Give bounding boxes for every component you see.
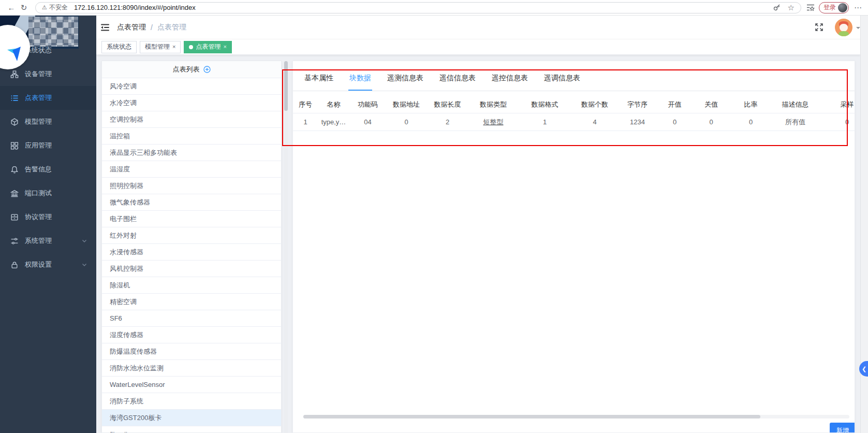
block-data-table: 序号名称功能码数据地址数据长度数据类型数据格式数据个数字节序开值关值比率描述信息…	[293, 96, 855, 131]
point-list-item[interactable]: SF6	[102, 310, 281, 327]
point-list-item[interactable]: 水浸传感器	[102, 244, 281, 261]
close-icon[interactable]: ×	[223, 44, 226, 50]
tags-view: 系统状态模型管理×点表管理×	[96, 39, 860, 55]
list-scrollbar-thumb[interactable]	[284, 61, 288, 111]
menu-fold-icon[interactable]	[96, 23, 117, 32]
sidebar-item-label: 应用管理	[25, 141, 52, 150]
point-list-item[interactable]: 消防水池水位监测	[102, 360, 281, 377]
sitemap-icon	[10, 70, 19, 78]
table-cell: 0	[657, 118, 693, 126]
table-cell: 2	[426, 118, 468, 126]
point-list-header: 点表列表	[102, 61, 281, 78]
tab-块数据[interactable]: 块数据	[348, 74, 372, 91]
table-cell: 所有值	[772, 118, 819, 127]
point-list-item[interactable]: 防爆温度传感器	[102, 343, 281, 360]
point-list-item[interactable]: 消防子系统	[102, 393, 281, 410]
sidebar-item-协议管理[interactable]: 协议管理	[0, 205, 96, 229]
table-cell: 0	[730, 118, 772, 126]
table-cell: 0	[819, 118, 855, 126]
point-list-item[interactable]: 风冷空调	[102, 78, 281, 95]
tag-label: 系统状态	[107, 42, 131, 51]
favorites-hub-icon[interactable]	[806, 4, 815, 11]
tab-遥调信息表[interactable]: 遥调信息表	[543, 74, 581, 91]
point-list-item[interactable]: file_dis	[102, 426, 281, 433]
browser-login-button[interactable]: 登录	[819, 2, 849, 13]
refresh-icon[interactable]: ↻	[18, 4, 30, 11]
url-text[interactable]: 172.16.120.121:8090/index/#/point/index	[74, 4, 196, 11]
table-cell: 4	[571, 118, 618, 126]
bookmark-star-icon[interactable]: ☆	[788, 3, 795, 12]
point-list-item[interactable]: 电子围栏	[102, 211, 281, 227]
breadcrumb-level2: 点表管理	[157, 23, 186, 32]
point-list-item[interactable]: 除湿机	[102, 277, 281, 294]
list-scrollbar	[284, 61, 288, 433]
point-list-item[interactable]: 红外对射	[102, 227, 281, 244]
cube-icon	[10, 118, 19, 126]
sidebar-item-模型管理[interactable]: 模型管理	[0, 110, 96, 134]
point-list: 风冷空调水冷空调空调控制器温控箱液晶显示三相多功能表温湿度照明控制器微气象传感器…	[102, 78, 281, 433]
table-cell: type,y…	[318, 118, 349, 126]
column-header: 比率	[730, 100, 772, 109]
point-list-item[interactable]: 风机控制器	[102, 261, 281, 277]
back-icon[interactable]: ←	[5, 4, 18, 11]
tag-模型管理[interactable]: 模型管理×	[140, 41, 181, 53]
port-icon	[10, 189, 19, 197]
detail-tabs: 基本属性块数据遥测信息表遥信信息表遥控信息表遥调信息表	[293, 61, 855, 91]
chevron-down-icon	[82, 262, 87, 267]
point-list-item[interactable]: 空调控制器	[102, 111, 281, 128]
list-icon	[10, 94, 19, 102]
detail-panel: 基本属性块数据遥测信息表遥信信息表遥控信息表遥调信息表 序号名称功能码数据地址数…	[292, 61, 855, 433]
close-icon[interactable]: ×	[172, 44, 175, 50]
address-bar[interactable]: ⚠ 不安全 172.16.120.121:8090/index/#/point/…	[35, 2, 801, 13]
fullscreen-icon[interactable]	[815, 23, 823, 32]
column-header: 关值	[693, 100, 730, 109]
tab-遥测信息表[interactable]: 遥测信息表	[386, 74, 424, 91]
sidebar-item-label: 模型管理	[25, 117, 52, 126]
point-list-item[interactable]: 微气象传感器	[102, 194, 281, 211]
sidebar-item-系统管理[interactable]: 系统管理	[0, 229, 96, 253]
sliders-icon	[10, 237, 19, 245]
tab-遥控信息表[interactable]: 遥控信息表	[491, 74, 529, 91]
point-list-item[interactable]: 照明控制器	[102, 178, 281, 194]
column-header: 数据格式	[518, 100, 571, 109]
password-key-icon[interactable]	[773, 4, 781, 11]
sidebar-item-告警信息[interactable]: 告警信息	[0, 157, 96, 181]
tag-系统状态[interactable]: 系统状态	[101, 41, 137, 53]
point-list-item[interactable]: 温湿度	[102, 161, 281, 178]
column-header: 字节序	[618, 100, 657, 109]
sidebar-item-label: 协议管理	[25, 212, 52, 222]
column-header: 数据地址	[386, 100, 426, 109]
breadcrumb-level1[interactable]: 点表管理	[117, 23, 146, 32]
point-list-item[interactable]: 海湾GST200板卡	[102, 410, 281, 426]
column-header: 数据个数	[571, 100, 618, 109]
security-label[interactable]: 不安全	[49, 3, 68, 12]
point-list-item[interactable]: 温控箱	[102, 128, 281, 145]
point-list-item[interactable]: 水冷空调	[102, 95, 281, 111]
sidebar-item-端口测试[interactable]: 端口测试	[0, 181, 96, 205]
sidebar-menu: 系统状态设备管理点表管理模型管理应用管理告警信息端口测试协议管理系统管理权限设置	[0, 38, 96, 277]
sidebar-item-label: 端口测试	[25, 189, 52, 198]
sidebar-item-点表管理[interactable]: 点表管理	[0, 86, 96, 110]
user-avatar[interactable]	[835, 19, 852, 36]
point-list-item[interactable]: 液晶显示三相多功能表	[102, 145, 281, 161]
sidebar-item-应用管理[interactable]: 应用管理	[0, 134, 96, 157]
point-list-item[interactable]: WaterLevelSensor	[102, 377, 281, 393]
table-h-scrollbar-thumb[interactable]	[303, 415, 760, 418]
avatar-dropdown-caret[interactable]	[856, 27, 860, 31]
circle-plus-icon[interactable]	[203, 66, 211, 73]
browser-menu-icon[interactable]: ⋯	[853, 3, 863, 12]
point-list-item[interactable]: 精密空调	[102, 294, 281, 310]
tab-基本属性[interactable]: 基本属性	[303, 74, 334, 91]
browser-profile-avatar	[838, 3, 847, 12]
sidebar-item-权限设置[interactable]: 权限设置	[0, 253, 96, 277]
lock-icon	[10, 261, 19, 269]
add-button[interactable]: 新增	[830, 423, 855, 433]
active-dot	[189, 45, 193, 49]
column-header: 功能码	[349, 100, 386, 109]
table-cell: 04	[349, 118, 386, 126]
column-header: 序号	[293, 100, 318, 109]
tab-遥信信息表[interactable]: 遥信信息表	[438, 74, 477, 91]
tag-点表管理[interactable]: 点表管理×	[184, 41, 231, 53]
table-cell: 0	[386, 118, 426, 126]
point-list-item[interactable]: 湿度传感器	[102, 327, 281, 343]
